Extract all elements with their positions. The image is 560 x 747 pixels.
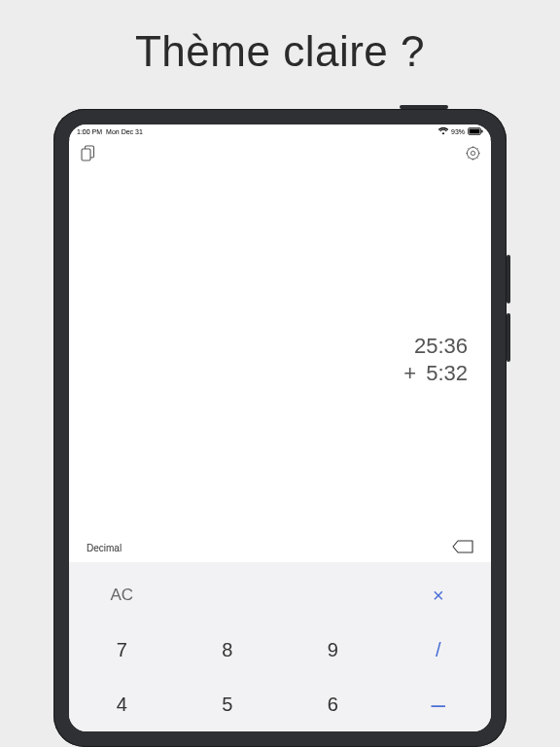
key-5[interactable]: 5 xyxy=(175,677,281,731)
device-volume-down xyxy=(507,313,510,362)
key-6[interactable]: 6 xyxy=(280,677,386,731)
key-8[interactable]: 8 xyxy=(175,622,281,677)
wifi-icon xyxy=(438,127,448,135)
app-toolbar xyxy=(69,138,491,167)
battery-icon xyxy=(468,127,483,135)
settings-icon[interactable] xyxy=(464,144,481,161)
svg-rect-4 xyxy=(82,149,90,160)
device-power-button xyxy=(400,105,448,109)
status-bar: 1:00 PM Mon Dec 31 93% xyxy=(69,124,491,138)
status-date: Mon Dec 31 xyxy=(106,128,143,135)
backspace-icon[interactable] xyxy=(452,540,473,555)
key-4[interactable]: 4 xyxy=(69,677,175,731)
key-7[interactable]: 7 xyxy=(69,622,175,677)
mode-row: Decimal xyxy=(69,537,491,562)
svg-point-5 xyxy=(471,151,474,155)
page-title: Thème claire ? xyxy=(0,0,560,76)
key-minus[interactable]: – xyxy=(386,677,492,731)
calc-line-1: +5:32 xyxy=(403,360,468,387)
copy-icon[interactable] xyxy=(79,144,96,161)
key-empty2 xyxy=(280,568,386,622)
key-empty xyxy=(175,568,281,622)
calc-display: 25:36 +5:32 xyxy=(69,167,491,537)
screen: 1:00 PM Mon Dec 31 93% xyxy=(69,124,491,731)
calc-line-0: 25:36 xyxy=(403,333,468,360)
keypad: AC × 7 8 9 / 4 5 6 – xyxy=(69,562,491,731)
status-time: 1:00 PM xyxy=(77,128,102,135)
device-frame: 1:00 PM Mon Dec 31 93% xyxy=(53,109,507,747)
svg-rect-2 xyxy=(481,130,482,133)
status-battery-pct: 93% xyxy=(451,128,465,135)
key-multiply[interactable]: × xyxy=(386,568,492,622)
calc-value: 5:32 xyxy=(426,361,468,385)
calc-op: + xyxy=(403,361,416,385)
key-ac[interactable]: AC xyxy=(69,568,175,622)
device-volume-up xyxy=(507,255,510,303)
svg-rect-1 xyxy=(470,129,480,134)
mode-label[interactable]: Decimal xyxy=(87,543,122,553)
calc-lines: 25:36 +5:32 xyxy=(403,333,468,386)
calc-value: 25:36 xyxy=(414,334,468,358)
key-9[interactable]: 9 xyxy=(280,622,386,677)
svg-point-6 xyxy=(467,147,478,159)
key-divide[interactable]: / xyxy=(386,622,492,677)
